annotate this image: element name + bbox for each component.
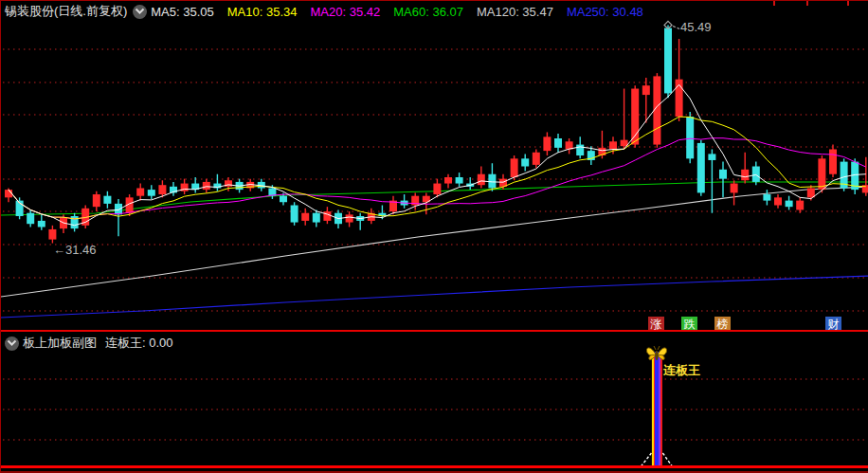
candle-body [103,196,111,204]
limit-up-marker-label: 连板王 [663,362,700,379]
candle-body [609,141,617,149]
collapse-sub-panel-button[interactable] [5,337,19,351]
candle-body [763,194,770,201]
candle-body [807,188,815,197]
candle-body [93,194,100,207]
high-price-label: 45.49 [680,20,712,34]
short-ma-lines [9,84,866,225]
main-chart-header: 锡装股份(日线.前复权) MA5: 35.05MA10: 35.34MA20: … [1,1,657,22]
top-axis-ticks [773,1,849,6]
candle-body [697,143,705,192]
candle-body [323,211,331,221]
candle-body [136,188,144,195]
event-marker-bar [652,352,662,465]
stock-app-window: 锡装股份(日线.前复权) MA5: 35.05MA10: 35.34MA20: … [0,0,868,473]
candle-body [280,196,287,203]
candle-body [686,117,694,158]
candle-body [576,145,584,155]
candle-body [543,136,551,151]
sub-panel-bottom-line [1,465,868,468]
candle-body [38,221,45,227]
candle-body [433,184,441,194]
low-price-label: ←31.46 [53,243,97,257]
candle-body [203,182,210,190]
candle-body [796,201,804,210]
candle-body [752,167,760,182]
candle-body [719,170,727,179]
ma-legend: MA5: 35.05MA10: 35.34MA20: 35.42MA60: 36… [151,3,657,20]
main-gridlines [3,49,867,311]
candle-body [488,174,496,189]
collapse-main-panel-button[interactable] [133,5,147,19]
ma60-value: MA60: 36.07 [393,5,463,19]
candle-body [291,206,298,223]
candle-body [731,184,738,193]
candle-body [511,158,518,177]
chevron-down-icon [7,339,17,347]
candle-body [818,158,825,190]
ma20-value: MA20: 35.42 [311,5,381,19]
ma120-value: MA120: 35.47 [477,5,553,19]
candle-body [741,170,749,180]
ma5-value: MA5: 35.05 [151,5,214,19]
candle-body [456,177,463,184]
main-candlestick-chart[interactable] [1,1,868,330]
candle-body [774,197,782,205]
candle-body [642,85,650,95]
candle-body [48,229,56,240]
candle-body [478,174,485,185]
panel-separator [1,330,868,332]
candle-body [521,158,529,166]
sub-indicator-value: 连板王: 0.00 [105,335,173,352]
stock-title: 锡装股份(日线.前复权) [1,3,127,20]
chevron-down-icon [135,8,145,15]
sub-indicator-chart[interactable] [1,342,868,473]
candle-body [444,177,452,184]
ma250-value: MA250: 30.48 [567,5,643,19]
candle-body [313,213,320,223]
candles-group [5,25,868,243]
candle-body [71,216,79,228]
candle-body [533,153,540,165]
candle-body [148,190,155,196]
candle-body [554,138,562,148]
candle-body [708,154,715,160]
candle-body [27,213,34,224]
candle-body [115,204,122,214]
sub-indicator-title: 板上加板副图 [23,335,97,352]
candle-body [301,213,309,221]
candle-body [664,28,672,94]
high-annotation-pointer [664,21,679,28]
sub-chart-header: 板上加板副图 连板王: 0.00 [1,333,173,354]
candle-body [158,185,166,194]
sub-gridlines [3,379,867,440]
candle-body [346,214,353,222]
candle-body [786,201,793,208]
candle-body [829,149,837,173]
ma10-value: MA10: 35.34 [227,5,298,19]
